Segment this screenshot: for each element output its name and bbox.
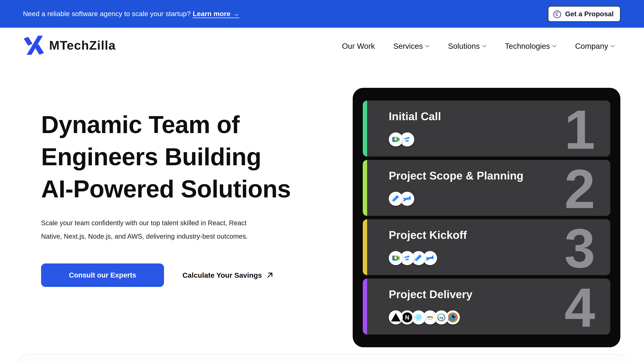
step-title: Initial Call [389, 110, 441, 123]
process-steps-card: Initial Call1Project Scope & Planning2Pr… [353, 88, 620, 347]
mtechzilla-x-logo-icon [23, 36, 46, 55]
jira-icon [389, 192, 403, 206]
step-title: Project Delivery [389, 288, 472, 301]
brand-logo[interactable]: MTechZilla [23, 36, 116, 55]
phone-24-icon: 24 [552, 9, 562, 19]
nav-item-label: Technologies [505, 41, 550, 51]
step-tool-icons: Nawscy [389, 310, 460, 325]
calculate-savings-label: Calculate Your Savings [182, 271, 262, 279]
hero-description-line: Scale your team confidently with our top… [41, 216, 248, 230]
nav-item-our-work[interactable]: Our Work [342, 41, 375, 51]
step-number: 3 [564, 221, 595, 275]
main-nav: Our WorkServicesSolutionsTechnologiesCom… [342, 28, 615, 64]
hero-title: Dynamic Team ofEngineers BuildingAI-Powe… [41, 109, 291, 205]
google-meet-icon [389, 251, 403, 265]
svg-text:N: N [405, 314, 410, 321]
hero-title-line: AI-Powered Solutions [41, 173, 291, 205]
vercel-icon [389, 310, 403, 325]
promo-banner-text: Need a reliable software agency to scale… [23, 0, 239, 28]
site-header: MTechZilla Our WorkServicesSolutionsTech… [0, 28, 644, 83]
hero-description-line: Native, Next.js, Node.js, and AWS, deliv… [41, 230, 248, 243]
chevron-down-icon [552, 45, 556, 47]
step-accent-bar [363, 279, 367, 335]
svg-text:cy: cy [440, 316, 444, 320]
step-accent-bar [363, 160, 367, 216]
chevron-down-icon [425, 45, 430, 47]
nav-item-company[interactable]: Company [575, 41, 615, 51]
nav-item-services[interactable]: Services [393, 41, 430, 51]
step-tool-icons [389, 192, 414, 206]
step-accent-bar [363, 100, 367, 157]
learn-more-link[interactable]: Learn more → [193, 10, 239, 18]
calculate-savings-link[interactable]: Calculate Your Savings [182, 271, 274, 279]
arrow-up-right-icon [266, 271, 274, 279]
step-accent-bar [363, 219, 367, 275]
nav-item-label: Company [575, 41, 608, 51]
step-number: 4 [564, 280, 595, 335]
hero-cta-row: Consult our Experts Calculate Your Savin… [41, 264, 274, 287]
chevron-down-icon [610, 45, 615, 47]
proposal-button-label: Get a Proposal [565, 10, 614, 18]
nav-item-label: Solutions [448, 41, 480, 51]
process-step-row: Initial Call1 [363, 100, 610, 157]
svg-text:24: 24 [557, 11, 560, 14]
nav-item-label: Services [393, 41, 423, 51]
chevron-down-icon [482, 45, 486, 47]
hero-title-line: Dynamic Team of [41, 109, 291, 141]
nav-item-technologies[interactable]: Technologies [505, 41, 557, 51]
brand-name: MTechZilla [49, 38, 116, 52]
hero-description: Scale your team confidently with our top… [41, 216, 248, 243]
step-tool-icons [389, 132, 414, 146]
hero-title-line: Engineers Building [41, 141, 291, 173]
get-a-proposal-button[interactable]: 24 Get a Proposal [548, 6, 620, 22]
promo-banner: Need a reliable software agency to scale… [0, 0, 644, 28]
process-step-row: Project Scope & Planning2 [363, 160, 610, 216]
step-tool-icons [389, 251, 437, 265]
next-section-top-edge [18, 354, 626, 362]
google-meet-icon [389, 132, 403, 146]
step-title: Project Kickoff [389, 229, 467, 241]
step-number: 1 [564, 102, 595, 157]
process-step-row: Project Kickoff3 [363, 219, 610, 275]
nav-item-solutions[interactable]: Solutions [448, 41, 486, 51]
nav-item-label: Our Work [342, 41, 375, 51]
step-title: Project Scope & Planning [389, 169, 524, 182]
process-step-row: Project DeliveryNawscy4 [363, 279, 610, 335]
svg-text:aws: aws [427, 315, 433, 319]
step-number: 2 [564, 161, 595, 216]
consult-experts-button[interactable]: Consult our Experts [41, 264, 164, 287]
promo-message: Need a reliable software agency to scale… [23, 10, 191, 18]
